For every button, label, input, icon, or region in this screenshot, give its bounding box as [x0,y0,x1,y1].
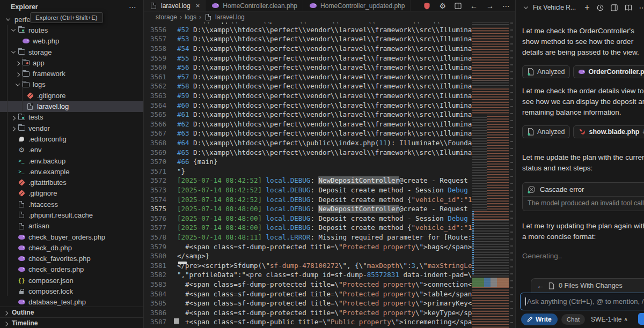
code-line[interactable]: 3580</samp>} [144,251,472,261]
tree-item-composer-json[interactable]: { }composer.json [0,275,143,286]
analyzed-chip[interactable]: Analyzed [522,125,570,138]
tree-item-database-test-php[interactable]: database_test.php [0,297,143,308]
more-icon[interactable]: ⋯ [639,3,644,12]
history-icon[interactable] [597,4,604,11]
tab-homecontroller-updated-php[interactable]: HomeController_updated.php [303,0,411,11]
tab-laravel-log[interactable]: laravel.log× [144,0,206,11]
tree-item--gitattributes[interactable]: .gitattributes [0,177,143,188]
code-line[interactable]: 3561#57 D:\\xampp\\htdocs\\perfect\\vend… [144,72,472,82]
code-line[interactable]: 3563#59 D:\\xampp\\htdocs\\perfect\\vend… [144,91,472,101]
code-line[interactable]: 3576[2025-07-14 08:48:00] local.DEBUG: D… [144,213,472,223]
send-button[interactable] [638,313,644,325]
conversation-title[interactable]: Fix Vehicle R... [533,4,576,11]
section-outline[interactable]: Outline [0,307,143,317]
layout-icon[interactable] [611,4,618,11]
files-with-changes-bar[interactable]: ← 0 Files With Changes [531,278,644,293]
model-selector[interactable]: SWE-1-lite ∧ [591,316,628,323]
code-line[interactable]: 3578[2025-07-14 08:48:11] local.ERROR: M… [144,233,472,242]
tree-item--gitignore[interactable]: .gitignore [0,188,143,199]
breadcrumb-item[interactable]: laravel.log [215,13,245,21]
forward-icon[interactable]: → [486,2,494,10]
shield-icon[interactable] [423,2,430,10]
code-line[interactable]: 3570#66 {main} [144,157,472,167]
file-reference-chip[interactable]: OrderController.php#L11 [573,65,644,78]
minimap[interactable] [472,23,509,328]
code-line[interactable]: 3581</pre><script>Sfdump(\"sf-dump-47810… [144,260,472,270]
tree-item-web-php[interactable]: web.php [0,36,143,47]
code-line[interactable]: 3569#65 D:\\xampp\\htdocs\\perfect\\vend… [144,147,472,157]
chevron-down-icon [10,26,17,34]
minimap-slider[interactable] [178,262,187,264]
arrow-left-icon[interactable]: ← [537,281,544,290]
more-actions-icon[interactable]: ⋯ [502,2,510,10]
code-line[interactable]: 3577[2025-07-14 08:48:00] local.DEBUG: D… [144,223,472,233]
code-line[interactable]: 3582","profileData":"<pre class=sf-dump … [144,270,472,280]
tree-item--editorconfig[interactable]: .editorconfig [0,133,143,144]
section-timeline[interactable]: Timeline [0,317,143,328]
code-line[interactable]: 3575[2025-07-14 08:48:00] local.DEBUG: N… [144,204,472,214]
tree-item--htaccess[interactable]: .htaccess [0,199,143,210]
code-line[interactable]: 3567#63 D:\\xampp\\htdocs\\perfect\\vend… [144,129,472,138]
code-line[interactable]: 3565#61 D:\\xampp\\htdocs\\perfect\\vend… [144,110,472,120]
tree-item-artisan[interactable]: artisan [0,221,143,232]
tree-item-check-db-php[interactable]: check_db.php [0,242,143,253]
breadcrumb[interactable]: storage›logs›laravel.log [144,12,515,23]
tree-item-routes[interactable]: routes [0,25,143,35]
tree-item-check-favorites-php[interactable]: check_favorites.php [0,254,143,264]
code-line[interactable]: 3562#58 D:\\xampp\\htdocs\\perfect\\vend… [144,81,472,91]
code-line[interactable]: 3571"} [144,167,472,176]
code-line[interactable]: 3584 #<span class=sf-dump-protected titl… [144,289,472,299]
code-line[interactable]: 3560#56 D:\\xampp\\htdocs\\perfect\\vend… [144,63,472,72]
line-number: 3572 [144,176,166,184]
scrollbar-handle[interactable] [174,318,179,324]
chevron-down-icon[interactable] [522,4,530,11]
code-line[interactable]: 3572[2025-07-14 08:42:52] local.DEBUG: N… [144,176,472,185]
tree-item-check-orders-php[interactable]: check_orders.php [0,264,143,275]
code-line[interactable]: 3587 +<span class=sf-dump-public title=\… [144,317,472,327]
code-line[interactable]: 3558#54 D:\\xampp\\htdocs\\perfect\\vend… [144,44,472,54]
chat-mode-button[interactable]: Chat [561,314,585,325]
tree-item--env-backup[interactable]: >_.env.backup [0,155,143,166]
tree-item-vendor[interactable]: vendor [0,123,143,133]
tree-item-check-buyer-orders-php[interactable]: check_buyer_orders.php [0,232,143,242]
code-line[interactable]: 3579 #<span class=sf-dump-protected titl… [144,242,472,251]
settings-gear-icon[interactable]: ⚙ [439,2,446,10]
tab-homecontroller-clean-php[interactable]: HomeController.clean.php [206,0,303,11]
php-icon [17,298,26,307]
book-icon[interactable] [625,4,632,11]
blade-icon [579,129,586,135]
sidebar-more-actions-icon[interactable]: ⋯ [129,3,137,11]
write-mode-button[interactable]: Write [521,314,558,325]
minimap-block [472,278,509,287]
tree-item--env-example[interactable]: >_.env.example [0,166,143,177]
code-line[interactable]: 3586 #<span class=sf-dump-protected titl… [144,308,472,317]
new-conversation-icon[interactable]: + [584,3,589,12]
back-icon[interactable]: ← [470,2,478,10]
code-viewport[interactable]: 3555#51 D:\\xampp\\htdocs\\perfect\\vend… [144,23,472,328]
tree-item--phpunit-result-cache[interactable]: .phpunit.result.cache [0,210,143,220]
code-line[interactable]: 3573[2025-07-14 08:42:52] local.DEBUG: D… [144,185,472,195]
split-editor-icon[interactable] [455,3,462,9]
code-line[interactable]: 3583 #<span class=sf-dump-protected titl… [144,280,472,289]
code-line[interactable]: 3556#52 D:\\xampp\\htdocs\\perfect\\vend… [144,25,472,35]
code-line[interactable]: 3564#60 D:\\xampp\\htdocs\\perfect\\vend… [144,100,472,110]
git-icon [17,189,26,198]
tree-item-composer-lock[interactable]: composer.lock [0,286,143,296]
code-line[interactable]: 3566#62 D:\\xampp\\htdocs\\perfect\\vend… [144,120,472,129]
analyzed-file-icon [528,128,534,136]
breadcrumb-separator: › [180,13,182,21]
code-line[interactable]: 3574[2025-07-14 08:42:52] local.DEBUG: D… [144,195,472,204]
close-tab-icon[interactable]: × [196,2,200,10]
tree-item-tests[interactable]: tests [0,112,143,123]
code-line[interactable]: 3585 #<span class=sf-dump-protected titl… [144,299,472,308]
code-line[interactable]: 3568#64 D:\\xampp\\htdocs\\perfect\\publ… [144,138,472,148]
analyzed-chip[interactable]: Analyzed [522,65,570,78]
breadcrumb-item[interactable]: storage [156,13,177,21]
file-reference-chip[interactable]: show.blade.php#L1-100 [573,125,644,138]
code-line[interactable]: 3559#55 D:\\xampp\\htdocs\\perfect\\vend… [144,53,472,63]
tree-item-storage[interactable]: storage [0,47,143,57]
code-line[interactable]: 3557#53 D:\\xampp\\htdocs\\perfect\\vend… [144,34,472,44]
tree-item--env[interactable]: ⚙.env [0,145,143,155]
breadcrumb-item[interactable]: logs [185,13,196,21]
chat-input[interactable]: Ask anything (Ctrl+L), @ to mention, / f… [520,293,644,310]
